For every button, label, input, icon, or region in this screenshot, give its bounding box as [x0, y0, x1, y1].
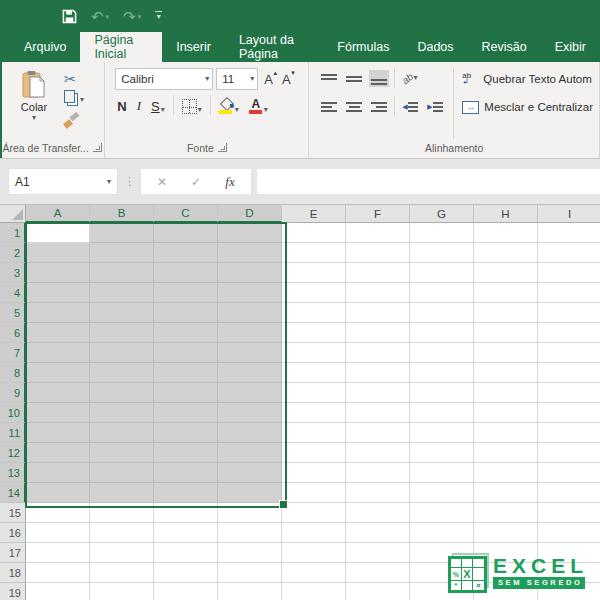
tab-formulas[interactable]: Fórmulas: [323, 32, 403, 62]
cell-E1[interactable]: [282, 223, 346, 243]
cell-F16[interactable]: [346, 523, 410, 543]
row-header-10[interactable]: 10: [0, 403, 26, 423]
row-header-17[interactable]: 17: [0, 543, 26, 563]
row-header-9[interactable]: 9: [0, 383, 26, 403]
cell-B17[interactable]: [90, 543, 154, 563]
column-header-A[interactable]: A: [26, 205, 90, 223]
cell-F12[interactable]: [346, 443, 410, 463]
cell-E13[interactable]: [282, 463, 346, 483]
cell-I2[interactable]: [538, 243, 600, 263]
row-header-7[interactable]: 7: [0, 343, 26, 363]
cell-C1[interactable]: [154, 223, 218, 243]
cell-C9[interactable]: [154, 383, 218, 403]
cell-I4[interactable]: [538, 283, 600, 303]
cell-C7[interactable]: [154, 343, 218, 363]
cell-I13[interactable]: [538, 463, 600, 483]
cell-F6[interactable]: [346, 323, 410, 343]
cell-B3[interactable]: [90, 263, 154, 283]
cell-B12[interactable]: [90, 443, 154, 463]
cell-E9[interactable]: [282, 383, 346, 403]
cell-H9[interactable]: [474, 383, 538, 403]
column-header-H[interactable]: H: [474, 205, 538, 223]
cell-F9[interactable]: [346, 383, 410, 403]
cell-A13[interactable]: [26, 463, 90, 483]
cut-button[interactable]: ✂: [64, 70, 84, 87]
undo-button[interactable]: ↶ ▾: [91, 9, 109, 24]
cell-C6[interactable]: [154, 323, 218, 343]
column-header-E[interactable]: E: [282, 205, 346, 223]
cell-C12[interactable]: [154, 443, 218, 463]
cell-G13[interactable]: [410, 463, 474, 483]
cell-I14[interactable]: [538, 483, 600, 503]
clipboard-dialog-launcher-icon[interactable]: [93, 143, 102, 152]
cell-A9[interactable]: [26, 383, 90, 403]
cell-B11[interactable]: [90, 423, 154, 443]
cell-G7[interactable]: [410, 343, 474, 363]
cell-H1[interactable]: [474, 223, 538, 243]
cell-C15[interactable]: [154, 503, 218, 523]
cell-A6[interactable]: [26, 323, 90, 343]
cell-B8[interactable]: [90, 363, 154, 383]
cell-F7[interactable]: [346, 343, 410, 363]
cell-E8[interactable]: [282, 363, 346, 383]
cell-D8[interactable]: [218, 363, 282, 383]
decrease-indent-button[interactable]: ◀: [400, 98, 420, 115]
fill-handle[interactable]: [279, 500, 288, 509]
align-right-button[interactable]: [369, 98, 389, 115]
cell-E2[interactable]: [282, 243, 346, 263]
cell-H2[interactable]: [474, 243, 538, 263]
align-bottom-button[interactable]: [369, 70, 389, 87]
cell-C10[interactable]: [154, 403, 218, 423]
redo-button[interactable]: ↷ ▾: [123, 9, 141, 24]
font-size-select[interactable]: 11 ▾: [216, 68, 258, 90]
cell-D5[interactable]: [218, 303, 282, 323]
cell-H16[interactable]: [474, 523, 538, 543]
row-header-19[interactable]: 19: [0, 583, 26, 600]
row-header-12[interactable]: 12: [0, 443, 26, 463]
align-center-button[interactable]: [344, 98, 364, 115]
bold-button[interactable]: N: [115, 96, 128, 114]
cell-E10[interactable]: [282, 403, 346, 423]
cell-B5[interactable]: [90, 303, 154, 323]
cell-F8[interactable]: [346, 363, 410, 383]
insert-function-button[interactable]: fx: [213, 173, 247, 191]
cell-I10[interactable]: [538, 403, 600, 423]
cell-E11[interactable]: [282, 423, 346, 443]
cell-H8[interactable]: [474, 363, 538, 383]
column-header-C[interactable]: C: [154, 205, 218, 223]
cell-F2[interactable]: [346, 243, 410, 263]
cell-I16[interactable]: [538, 523, 600, 543]
increase-indent-button[interactable]: ▶: [425, 98, 445, 115]
cell-B19[interactable]: [90, 583, 154, 600]
font-dialog-launcher-icon[interactable]: [218, 143, 227, 152]
cell-C2[interactable]: [154, 243, 218, 263]
cell-C14[interactable]: [154, 483, 218, 503]
cell-I15[interactable]: [538, 503, 600, 523]
customize-quick-access-button[interactable]: ▾: [155, 11, 162, 21]
cell-D7[interactable]: [218, 343, 282, 363]
cell-D11[interactable]: [218, 423, 282, 443]
cell-E7[interactable]: [282, 343, 346, 363]
row-header-1[interactable]: 1: [0, 223, 26, 243]
cell-A11[interactable]: [26, 423, 90, 443]
cell-A19[interactable]: [26, 583, 90, 600]
cell-D14[interactable]: [218, 483, 282, 503]
cell-C19[interactable]: [154, 583, 218, 600]
tab-inserir[interactable]: Inserir: [162, 32, 225, 62]
cell-H10[interactable]: [474, 403, 538, 423]
cell-I6[interactable]: [538, 323, 600, 343]
cell-C8[interactable]: [154, 363, 218, 383]
cancel-button[interactable]: ✕: [145, 174, 179, 190]
cell-C17[interactable]: [154, 543, 218, 563]
cell-H5[interactable]: [474, 303, 538, 323]
tab-exibir[interactable]: Exibir: [541, 32, 600, 62]
row-header-6[interactable]: 6: [0, 323, 26, 343]
row-header-14[interactable]: 14: [0, 483, 26, 503]
tab-layout-da-pagina[interactable]: Layout da Página: [225, 32, 323, 62]
cell-E15[interactable]: [282, 503, 346, 523]
cell-D13[interactable]: [218, 463, 282, 483]
cell-I7[interactable]: [538, 343, 600, 363]
tab-pagina-inicial[interactable]: Página Inicial: [80, 32, 162, 62]
cell-E16[interactable]: [282, 523, 346, 543]
cell-D15[interactable]: [218, 503, 282, 523]
